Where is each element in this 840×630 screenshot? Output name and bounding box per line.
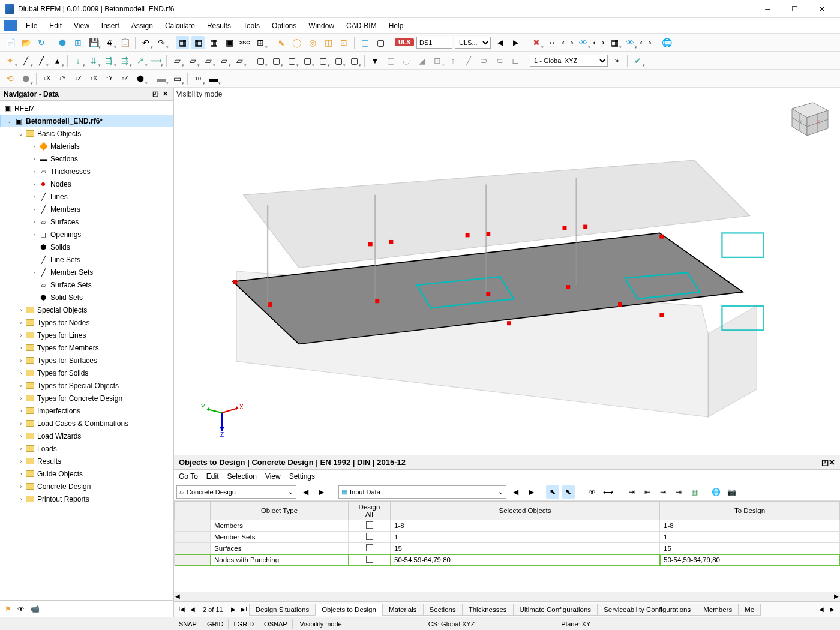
bp-dim-icon[interactable]: ⟷: [601, 485, 614, 499]
tree-folder-types-for-surfaces[interactable]: ›Types for Surfaces: [0, 354, 173, 367]
dim2-icon[interactable]: ⟷: [561, 36, 574, 49]
bp-t4-icon[interactable]: ⇥: [672, 485, 685, 499]
cell-object-type[interactable]: Nodes with Punching: [211, 554, 349, 566]
last-icon[interactable]: ▬: [207, 72, 220, 85]
g7-icon[interactable]: ⊃: [478, 54, 491, 67]
table-row[interactable]: Nodes with Punching50-54,59-64,79,8050-5…: [175, 554, 840, 566]
tree-item-thicknesses[interactable]: ›▱Thicknesses: [0, 165, 173, 178]
tree-item-member-sets[interactable]: ›╱Member Sets: [0, 266, 173, 278]
tree-item-solids[interactable]: ⬢Solids: [0, 241, 173, 253]
table3-icon[interactable]: ▦: [207, 36, 220, 49]
chevron-right-icon[interactable]: ›: [30, 219, 38, 225]
checkbox[interactable]: [366, 544, 373, 551]
cell-object-type[interactable]: Member Sets: [211, 532, 349, 543]
tree-item-surface-sets[interactable]: ▱Surface Sets: [0, 278, 173, 291]
axis-y-icon[interactable]: ↓Y: [56, 72, 69, 85]
g5-icon[interactable]: ↑: [446, 54, 460, 67]
chevron-right-icon[interactable]: [30, 257, 38, 263]
tree-item-line-sets[interactable]: ╱Line Sets: [0, 253, 173, 266]
bp-sel1-icon[interactable]: ⬉: [546, 485, 559, 499]
3d-viewport[interactable]: Visibility mode: [174, 88, 840, 455]
wire-icon[interactable]: ▭: [170, 72, 184, 85]
select-all-icon[interactable]: ⊡: [337, 36, 350, 49]
chevron-right-icon[interactable]: [30, 282, 38, 288]
navigator-close-button[interactable]: ✕: [160, 90, 170, 98]
solid3-icon[interactable]: ▢: [285, 54, 298, 67]
bp-eye-icon[interactable]: 👁: [586, 485, 599, 499]
col-selected[interactable]: Selected Objects: [391, 502, 660, 520]
tab-scroll-left[interactable]: ◀: [816, 606, 827, 613]
bp-menu-goto[interactable]: Go To: [179, 472, 198, 481]
chevron-right-icon[interactable]: ›: [30, 269, 38, 275]
navigation-cube[interactable]: -Y -X: [780, 94, 834, 142]
menu-calculate[interactable]: Calculate: [160, 20, 200, 32]
chevron-right-icon[interactable]: ›: [17, 332, 25, 338]
tree-item-surfaces[interactable]: ›▱Surfaces: [0, 215, 173, 228]
support-tool-icon[interactable]: ▴: [50, 54, 64, 67]
solid7-icon[interactable]: ▢: [347, 54, 361, 67]
bp-cam-icon[interactable]: 📷: [725, 485, 738, 499]
menu-options[interactable]: Options: [266, 20, 302, 32]
bp-menu-view[interactable]: View: [265, 472, 281, 481]
member-tool-icon[interactable]: ╱: [35, 54, 48, 67]
checkbox[interactable]: [366, 521, 373, 529]
undo-icon[interactable]: ↶: [139, 36, 152, 49]
world-icon[interactable]: 🌐: [660, 36, 673, 49]
g1-icon[interactable]: ▢: [384, 54, 397, 67]
cell-selected[interactable]: 1-8: [391, 520, 660, 532]
print-icon[interactable]: 🖨: [103, 36, 116, 49]
view1-icon[interactable]: ▢: [358, 36, 371, 49]
g2-icon[interactable]: ◡: [400, 54, 413, 67]
solid1-icon[interactable]: ▢: [254, 54, 267, 67]
table1-icon[interactable]: ▦: [176, 36, 189, 49]
tree-folder-guide-objects[interactable]: ›Guide Objects: [0, 467, 173, 480]
menu-window[interactable]: Window: [303, 20, 340, 32]
chevron-right-icon[interactable]: ›: [17, 421, 25, 427]
run-icon[interactable]: ▣: [223, 36, 236, 49]
eye2-icon[interactable]: 👁: [623, 36, 637, 49]
status-lgrid[interactable]: LGRID: [229, 619, 259, 629]
chevron-right-icon[interactable]: ›: [30, 156, 38, 162]
ten-icon[interactable]: 10: [191, 72, 205, 85]
newobj-icon[interactable]: ✦: [4, 54, 17, 67]
tab-sections[interactable]: Sections: [423, 604, 463, 616]
select-rect-icon[interactable]: ◫: [322, 36, 335, 49]
tab-materials[interactable]: Materials: [382, 604, 424, 616]
menu-edit[interactable]: Edit: [44, 20, 67, 32]
checkbox[interactable]: [366, 556, 373, 563]
bp-prev1-icon[interactable]: ◀: [299, 485, 312, 499]
chevron-right-icon[interactable]: ›: [30, 194, 38, 200]
table-row[interactable]: Members1-81-8: [175, 520, 840, 532]
bp-sel2-icon[interactable]: ⬉: [562, 485, 575, 499]
view2-icon[interactable]: ▢: [374, 36, 387, 49]
bp-design-select[interactable]: ▱ Concrete Design ⌄: [176, 485, 296, 499]
ds-input[interactable]: [416, 37, 452, 49]
chevron-right-icon[interactable]: ›: [30, 181, 38, 187]
bp-dock-button[interactable]: ◰: [821, 458, 829, 467]
tree-folder-concrete-design[interactable]: ›Concrete Design: [0, 480, 173, 493]
chevron-right-icon[interactable]: ›: [17, 307, 25, 313]
select-lasso-icon[interactable]: ◯: [290, 36, 304, 49]
chevron-right-icon[interactable]: ›: [17, 358, 25, 364]
tree-item-sections[interactable]: ›▬Sections: [0, 152, 173, 165]
chevron-down-icon[interactable]: ⌄: [17, 131, 25, 137]
status-osnap[interactable]: OSNAP: [259, 619, 293, 629]
tree-folder-loads[interactable]: ›Loads: [0, 442, 173, 455]
cell-object-type[interactable]: Surfaces: [211, 543, 349, 554]
blocks-icon[interactable]: ⊞: [71, 36, 85, 49]
select-arrow-icon[interactable]: ⬉: [275, 36, 288, 49]
script-icon[interactable]: >SC: [238, 36, 251, 49]
tab-thicknesses[interactable]: Thicknesses: [462, 604, 514, 616]
bp-menu-edit[interactable]: Edit: [206, 472, 219, 481]
cell-to-design[interactable]: 1-8: [660, 520, 840, 532]
cell-selected[interactable]: 1: [391, 532, 660, 543]
tab-first-button[interactable]: I◀: [176, 606, 187, 613]
col-object-type[interactable]: Object Type: [211, 502, 349, 520]
refresh-icon[interactable]: ↻: [35, 36, 48, 49]
navigator-tree[interactable]: ▣ RFEM ⌄ ▣ Betonmodell_END.rf6* ⌄ Basic …: [0, 101, 173, 600]
cube-icon[interactable]: ⬢: [19, 72, 32, 85]
cell-design-all[interactable]: [349, 554, 391, 566]
menu-help[interactable]: Help: [383, 20, 409, 32]
minimize-button[interactable]: ─: [754, 0, 781, 18]
bp-t1-icon[interactable]: ⇥: [625, 485, 638, 499]
